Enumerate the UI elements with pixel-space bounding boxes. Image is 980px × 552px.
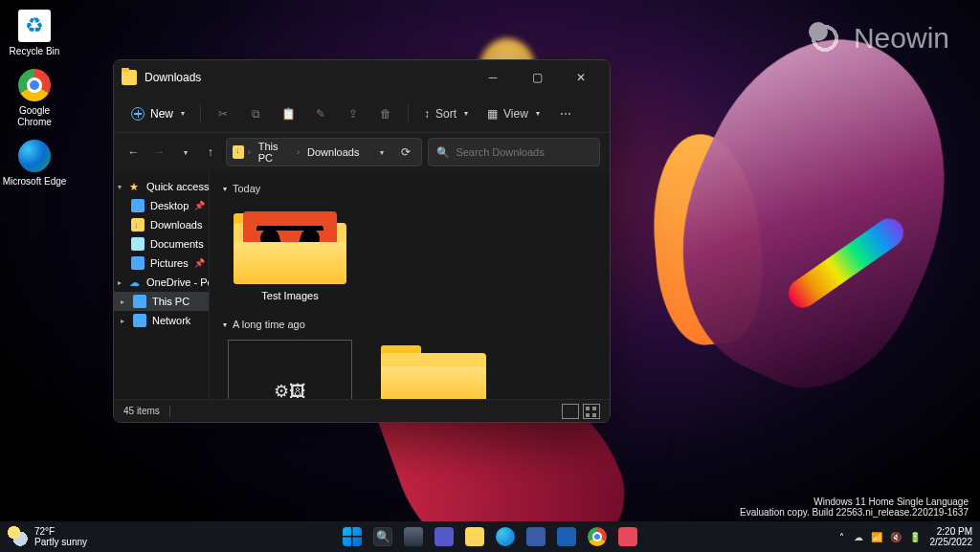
wifi-tray-icon[interactable]: 📶 <box>871 532 882 542</box>
chrome-button[interactable] <box>584 523 611 550</box>
rename-button[interactable]: ✎ <box>306 99 335 128</box>
pc-icon <box>133 295 146 308</box>
sidebar-item-pictures[interactable]: Pictures📌 <box>114 254 209 273</box>
sidebar-label: Network <box>152 315 190 326</box>
search-input[interactable] <box>456 146 591 158</box>
chevron-down-icon: ▾ <box>464 109 468 118</box>
sidebar-item-downloads[interactable]: Downloads📌 <box>114 215 209 234</box>
taskbar-center: 🔍 <box>339 523 641 550</box>
sidebar-label: Documents <box>150 238 204 250</box>
date: 2/25/2022 <box>930 537 973 547</box>
search-icon: 🔍 <box>373 527 392 546</box>
desktop-icon-label: Microsoft Edge <box>2 176 67 188</box>
view-button[interactable]: ▦ View ▾ <box>479 103 547 124</box>
share-button[interactable]: ⇪ <box>339 99 368 128</box>
thumbnails-view-button[interactable] <box>583 404 600 419</box>
desktop-icon-chrome[interactable]: Google Chrome <box>0 63 69 134</box>
search-box[interactable]: 🔍 <box>428 138 600 166</box>
sidebar-quick-access[interactable]: ▾ ★ Quick access <box>114 177 209 196</box>
edge-icon <box>18 140 51 172</box>
paste-button[interactable]: 📋 <box>274 99 302 128</box>
group-label: A long time ago <box>233 319 305 330</box>
new-label: New <box>150 107 173 121</box>
file-item[interactable] <box>376 340 491 399</box>
neowin-watermark: Neowin <box>806 19 949 57</box>
file-item[interactable]: ⚙🖼 <box>223 340 357 399</box>
close-button[interactable]: ✕ <box>560 62 602 93</box>
minimize-button[interactable]: ─ <box>472 62 514 93</box>
up-button[interactable]: ↑ <box>200 140 220 165</box>
sidebar-onedrive[interactable]: ▸☁OneDrive - Personal <box>114 273 209 292</box>
search-button[interactable]: 🔍 <box>369 523 396 550</box>
tray-overflow[interactable]: ˄ <box>839 532 844 542</box>
edge-icon <box>496 527 515 546</box>
forward-button[interactable]: → <box>149 140 169 165</box>
desktop-icon-edge[interactable]: Microsoft Edge <box>0 134 69 193</box>
store-icon <box>557 527 576 546</box>
build-line: Evaluation copy. Build 22563.ni_release.… <box>740 507 969 518</box>
settings-button[interactable] <box>523 523 549 550</box>
neowin-logo-icon <box>806 19 844 57</box>
weather-temp: 72°F <box>34 526 87 537</box>
breadcrumb[interactable]: This PC <box>255 139 293 166</box>
chevron-down-icon: ▾ <box>118 183 122 191</box>
recent-button[interactable]: ▾ <box>175 140 195 165</box>
sidebar-label: Pictures <box>150 257 189 269</box>
address-bar[interactable]: › This PC › Downloads ▾ ⟳ <box>226 138 422 166</box>
group-label: Today <box>233 183 260 194</box>
pictures-icon <box>131 256 145 270</box>
folder-icon <box>465 527 484 546</box>
volume-tray-icon[interactable]: 🔇 <box>890 532 902 542</box>
group-header-today[interactable]: ▾Today <box>223 179 596 198</box>
onedrive-tray-icon[interactable]: ☁ <box>854 532 863 542</box>
file-name: Test Images <box>223 290 357 301</box>
chat-button[interactable] <box>431 523 457 550</box>
store-button[interactable] <box>553 523 580 550</box>
windows-icon <box>343 527 362 546</box>
copy-button[interactable]: ⧉ <box>241 99 270 128</box>
back-button[interactable]: ← <box>123 140 144 165</box>
sidebar-label: Quick access <box>146 181 209 192</box>
new-button[interactable]: New ▾ <box>123 103 192 124</box>
sort-button[interactable]: ↕ Sort ▾ <box>416 103 476 124</box>
desktop-icon-recycle-bin[interactable]: Recycle Bin <box>0 4 69 63</box>
group-header-long-ago[interactable]: ▾A long time ago <box>223 315 596 334</box>
downloads-icon <box>233 145 244 159</box>
cut-button[interactable]: ✂ <box>209 99 237 128</box>
weather-widget[interactable]: 72°F Partly sunny <box>8 526 87 547</box>
file-item-test-images[interactable]: Test Images <box>223 204 357 301</box>
titlebar[interactable]: Downloads ─ ▢ ✕ <box>114 60 610 95</box>
maximize-button[interactable]: ▢ <box>516 62 558 93</box>
file-explorer-button[interactable] <box>461 523 488 550</box>
clock[interactable]: 2:20 PM 2/25/2022 <box>930 526 973 547</box>
neowin-text: Neowin <box>854 22 949 55</box>
edge-button[interactable] <box>492 523 519 550</box>
delete-button[interactable]: 🗑 <box>371 99 400 128</box>
address-dropdown[interactable]: ▾ <box>370 140 390 165</box>
view-icon: ▦ <box>487 107 498 121</box>
sidebar-item-desktop[interactable]: Desktop📌 <box>114 196 209 215</box>
task-view-button[interactable] <box>400 523 427 550</box>
refresh-button[interactable]: ⟳ <box>395 140 415 165</box>
weather-icon <box>8 526 29 547</box>
app-thumbnail: ⚙🖼 <box>228 340 352 399</box>
details-view-button[interactable] <box>562 404 579 419</box>
more-button[interactable]: ⋯ <box>551 99 580 128</box>
folder-thumbnail <box>381 340 486 399</box>
chevron-right-icon: ▸ <box>118 298 127 306</box>
settings-icon <box>526 527 546 546</box>
sidebar-network[interactable]: ▸Network <box>114 311 209 330</box>
view-label: View <box>503 107 528 121</box>
start-button[interactable] <box>339 523 366 550</box>
breadcrumb[interactable]: Downloads <box>303 144 363 160</box>
sidebar-label: Downloads <box>150 219 202 231</box>
sidebar-item-documents[interactable]: Documents📌 <box>114 234 209 254</box>
battery-tray-icon[interactable]: 🔋 <box>909 532 921 542</box>
sidebar-this-pc[interactable]: ▸This PC <box>114 292 209 311</box>
chevron-right-icon: › <box>297 147 300 157</box>
navbar: ← → ▾ ↑ › This PC › Downloads ▾ ⟳ 🔍 <box>114 133 610 171</box>
file-list[interactable]: ▾Today Test Images <box>210 171 610 399</box>
chevron-right-icon: ▸ <box>118 317 127 325</box>
snipping-button[interactable] <box>614 523 641 550</box>
plus-icon <box>131 107 145 121</box>
